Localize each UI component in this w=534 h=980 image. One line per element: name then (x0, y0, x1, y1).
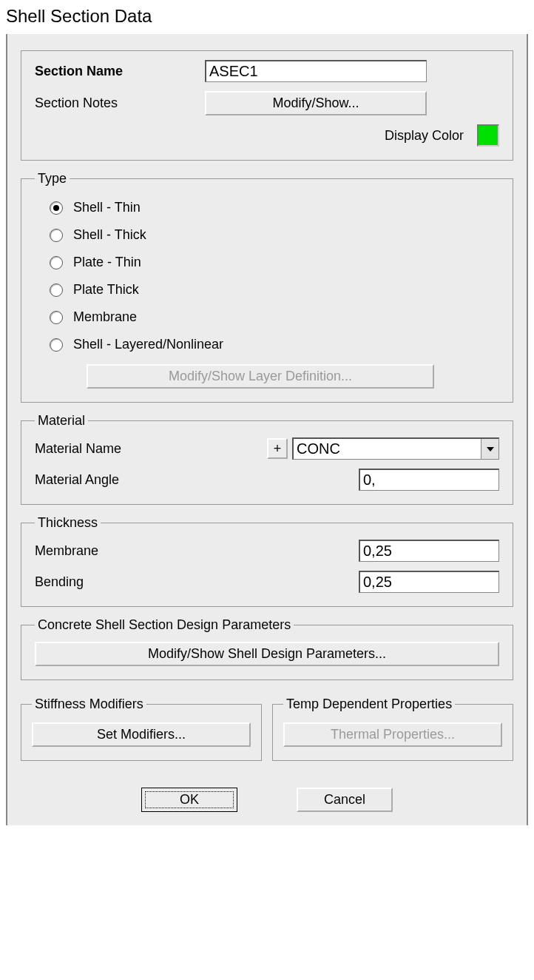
material-name-value: CONC (294, 439, 481, 459)
set-modifiers-button[interactable]: Set Modifiers... (32, 722, 251, 747)
display-color-label: Display Color (385, 128, 464, 144)
radio-label: Membrane (73, 309, 137, 325)
modify-show-notes-button[interactable]: Modify/Show... (205, 91, 427, 115)
thickness-bending-label: Bending (35, 574, 183, 590)
thickness-membrane-label: Membrane (35, 543, 183, 559)
radio-icon (50, 256, 63, 269)
material-name-combo[interactable]: CONC (292, 437, 499, 460)
temp-properties-group: Temp Dependent Properties Thermal Proper… (272, 697, 513, 761)
radio-icon (50, 283, 63, 297)
display-color-swatch[interactable] (477, 124, 499, 147)
radio-shell-thick[interactable]: Shell - Thick (50, 227, 499, 243)
radio-label: Plate - Thin (73, 255, 141, 270)
stiffness-group: Stiffness Modifiers Set Modifiers... (21, 697, 262, 761)
temp-properties-legend: Temp Dependent Properties (283, 697, 455, 712)
radio-label: Shell - Thick (73, 227, 146, 243)
radio-membrane[interactable]: Membrane (50, 309, 499, 325)
section-header-group: Section Name Section Notes Modify/Show..… (21, 50, 513, 161)
cancel-button[interactable]: Cancel (297, 788, 393, 812)
radio-plate-thin[interactable]: Plate - Thin (50, 255, 499, 270)
thickness-group: Thickness Membrane Bending (21, 515, 513, 607)
material-group: Material Material Name + CONC Material A… (21, 413, 513, 505)
design-params-group: Concrete Shell Section Design Parameters… (21, 617, 513, 680)
modify-layer-definition-button: Modify/Show Layer Definition... (87, 364, 434, 389)
section-notes-label: Section Notes (35, 95, 205, 111)
thickness-membrane-input[interactable] (359, 540, 499, 562)
thickness-bending-input[interactable] (359, 571, 499, 593)
material-angle-label: Material Angle (35, 472, 183, 488)
svg-marker-0 (487, 447, 494, 452)
type-legend: Type (35, 171, 70, 187)
section-name-input[interactable] (205, 60, 427, 82)
window-title: Shell Section Data (0, 0, 534, 34)
ok-button[interactable]: OK (141, 788, 237, 812)
type-group: Type Shell - Thin Shell - Thick Plate - … (21, 171, 513, 403)
material-angle-input[interactable] (359, 469, 499, 491)
thermal-properties-button: Thermal Properties... (283, 722, 502, 747)
modify-shell-design-button[interactable]: Modify/Show Shell Design Parameters... (35, 642, 499, 666)
thickness-legend: Thickness (35, 515, 101, 531)
material-name-label: Material Name (35, 441, 183, 457)
radio-icon (50, 338, 63, 352)
dialog-body: Section Name Section Notes Modify/Show..… (6, 34, 528, 825)
radio-icon (50, 201, 63, 215)
radio-icon (50, 229, 63, 242)
radio-label: Shell - Thin (73, 200, 141, 215)
radio-label: Plate Thick (73, 282, 139, 298)
add-material-button[interactable]: + (267, 438, 288, 459)
stiffness-legend: Stiffness Modifiers (32, 697, 146, 712)
footer-buttons: OK Cancel (21, 788, 513, 812)
radio-shell-thin[interactable]: Shell - Thin (50, 200, 499, 215)
radio-plate-thick[interactable]: Plate Thick (50, 282, 499, 298)
radio-label: Shell - Layered/Nonlinear (73, 337, 223, 352)
section-name-label: Section Name (35, 64, 205, 79)
chevron-down-icon[interactable] (481, 439, 498, 459)
design-params-legend: Concrete Shell Section Design Parameters (35, 617, 294, 633)
bottom-row: Stiffness Modifiers Set Modifiers... Tem… (21, 686, 513, 767)
radio-shell-layered[interactable]: Shell - Layered/Nonlinear (50, 337, 499, 352)
material-legend: Material (35, 413, 88, 429)
radio-icon (50, 311, 63, 324)
